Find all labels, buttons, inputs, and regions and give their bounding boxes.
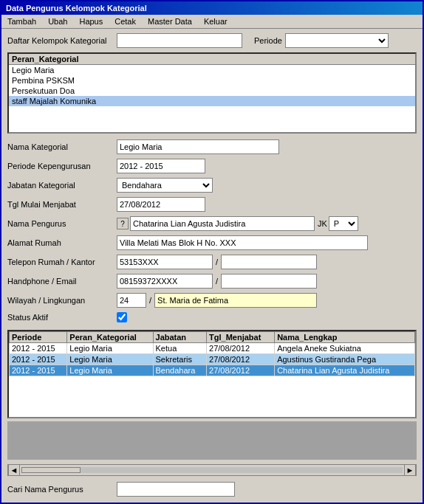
scroll-thumb[interactable] [21,467,81,473]
menu-tambah[interactable]: Tambah [4,16,39,27]
main-window: Data Pengurus Kelompok Kategorial Tambah… [0,0,424,504]
kategorial-list[interactable]: Peran_Kategorial Legio Maria Pembina PSK… [7,52,417,134]
scroll-left-button[interactable]: ◄ [8,464,20,476]
content-area: Daftar Kelompok Kategorial Periode Peran… [1,29,423,503]
periode-kepengurusan-label: Periode Kepengurusan [7,162,117,170]
scroll-track[interactable] [21,467,403,473]
footer-row: Cari Nama Pengurus [7,482,417,497]
cell-nama: Chatarina Lian Agusta Judistira [275,365,415,376]
wilayah-row: Wilayah / Lingkungan / [7,293,417,308]
list-item-persekutuan[interactable]: Persekutuan Doa [9,86,415,96]
tgl-mulai-row: Tgl Mulai Menjabat [7,197,417,212]
menu-cetak[interactable]: Cetak [112,16,139,27]
jabatan-select[interactable]: Bendahara Ketua Sekretaris [117,178,213,193]
status-row: Status Aktif [7,312,417,322]
data-table-container[interactable]: Periode Peran_Kategorial Jabatan Tgl_Men… [7,330,417,418]
cell-jabatan: Bendahara [153,365,207,376]
table-row[interactable]: 2012 - 2015 Legio Maria Sekretaris 27/08… [10,354,415,365]
tgl-mulai-input[interactable] [117,197,205,212]
col-peran: Peran_Kategorial [67,332,153,343]
cell-periode: 2012 - 2015 [10,343,67,354]
data-table: Periode Peran_Kategorial Jabatan Tgl_Men… [9,331,415,376]
question-button[interactable]: ? [117,218,129,229]
header-row: Daftar Kelompok Kategorial Periode [7,33,417,48]
cari-label: Cari Nama Pengurus [7,485,117,494]
list-header: Peran_Kategorial [9,54,415,65]
jabatan-row: Jabatan Kategorial Bendahara Ketua Sekre… [7,178,417,193]
alamat-label: Alamat Rumah [7,238,117,247]
nama-kategorial-input[interactable] [117,139,279,154]
table-row[interactable]: 2012 - 2015 Legio Maria Ketua 27/08/2012… [10,343,415,354]
nama-kategorial-label: Nama Kategorial [7,142,117,151]
status-label: Status Aktif [7,313,117,322]
window-title: Data Pengurus Kelompok Kategorial [6,4,147,13]
handphone-row: Handphone / Email / [7,274,417,289]
cell-jabatan: Sekretaris [153,354,207,365]
telepon-input1[interactable] [117,255,213,269]
periode-header-label: Periode [254,36,282,45]
horizontal-scrollbar[interactable]: ◄ ► [7,464,417,476]
alamat-input[interactable] [117,235,368,250]
menu-bar: Tambah Ubah Hapus Cetak Master Data Kelu… [1,15,423,29]
cell-periode: 2012 - 2015 [10,365,67,376]
title-bar: Data Pengurus Kelompok Kategorial [1,1,423,15]
cell-nama: Agustinus Gustiranda Pega [275,354,415,365]
slash3: / [149,296,151,305]
table-row[interactable]: 2012 - 2015 Legio Maria Bendahara 27/08/… [10,365,415,376]
menu-ubah[interactable]: Ubah [45,16,70,27]
telepon-label: Telepon Rumah / Kantor [7,258,117,266]
cell-tgl: 27/08/2012 [207,354,275,365]
handphone-label: Handphone / Email [7,277,117,286]
status-checkbox[interactable] [117,312,127,322]
jabatan-label: Jabatan Kategorial [7,181,117,190]
telepon-row: Telepon Rumah / Kantor / [7,255,417,269]
alamat-row: Alamat Rumah [7,235,417,250]
menu-keluar[interactable]: Keluar [201,16,230,27]
nama-pengurus-label: Nama Pengurus [7,219,117,228]
nama-pengurus-input[interactable] [130,216,315,231]
cell-peran: Legio Maria [67,343,153,354]
cell-peran: Legio Maria [67,365,153,376]
nama-kategorial-row: Nama Kategorial [7,139,417,154]
slash1: / [216,258,218,266]
handphone-input1[interactable] [117,274,213,289]
nama-pengurus-row: Nama Pengurus ? JK P L [7,216,417,231]
list-item-pembina[interactable]: Pembina PSKSM [9,75,415,86]
periode-kepengurusan-input[interactable] [117,159,205,173]
daftar-label: Daftar Kelompok Kategorial [7,36,117,45]
list-item-legio[interactable]: Legio Maria [9,65,415,75]
handphone-input2[interactable] [221,274,317,289]
daftar-input[interactable] [117,33,242,48]
grey-area [7,421,417,460]
col-tgl: Tgl_Menjabat [207,332,275,343]
cell-peran: Legio Maria [67,354,153,365]
col-periode: Periode [10,332,67,343]
cell-tgl: 27/08/2012 [207,343,275,354]
cell-jabatan: Ketua [153,343,207,354]
col-nama: Nama_Lengkap [275,332,415,343]
wilayah-input[interactable] [117,293,146,308]
slash2: / [216,277,218,286]
list-item-staff[interactable]: staff Majalah Komunika [9,96,415,106]
periode-kepengurusan-row: Periode Kepengurusan [7,159,417,173]
periode-select[interactable] [285,33,389,48]
cell-nama: Angela Aneke Sukiatna [275,343,415,354]
telepon-input2[interactable] [221,255,317,269]
tgl-mulai-label: Tgl Mulai Menjabat [7,200,117,209]
lingkungan-input[interactable] [154,293,317,308]
jk-label: JK [318,219,327,228]
col-jabatan: Jabatan [153,332,207,343]
cari-input[interactable] [117,482,235,497]
wilayah-label: Wilayah / Lingkungan [7,296,117,305]
menu-master-data[interactable]: Master Data [145,16,195,27]
cell-tgl: 27/08/2012 [207,365,275,376]
menu-hapus[interactable]: Hapus [76,16,106,27]
jk-select[interactable]: P L [329,216,358,231]
cell-periode: 2012 - 2015 [10,354,67,365]
scroll-right-button[interactable]: ► [404,464,416,476]
